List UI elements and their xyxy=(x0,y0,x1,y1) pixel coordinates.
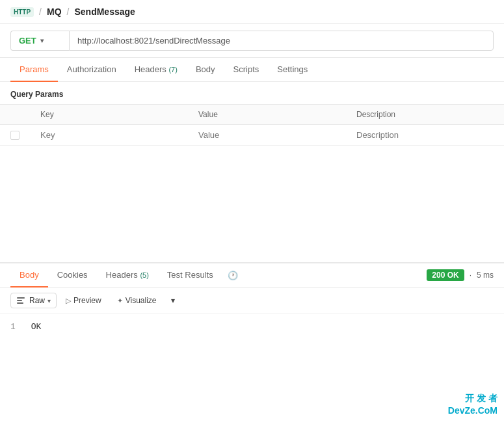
tab-authorization[interactable]: Authorization xyxy=(58,58,126,82)
col-value: Value xyxy=(188,105,346,125)
http-icon: HTTP xyxy=(10,7,34,17)
row-desc-cell[interactable] xyxy=(346,125,504,146)
tab-authorization-label: Authorization xyxy=(67,64,116,74)
params-section: Query Params Key Value Description xyxy=(0,82,504,146)
status-badge: 200 OK xyxy=(427,269,464,281)
tab-settings-label: Settings xyxy=(277,64,308,74)
response-tab-cookies-label: Cookies xyxy=(57,270,88,280)
tab-scripts-label: Scripts xyxy=(233,64,259,74)
tab-headers-badge: (7) xyxy=(168,66,177,74)
format-icon xyxy=(16,296,25,305)
tab-params[interactable]: Params xyxy=(10,58,58,82)
visualize-icon: ✦ xyxy=(117,297,123,305)
preview-label: Preview xyxy=(73,296,101,305)
response-tabs: Body Cookies Headers (5) Test Results 🕐 … xyxy=(0,263,504,288)
status-time: 5 ms xyxy=(477,271,494,280)
query-params-title: Query Params xyxy=(0,82,504,104)
format-chevron-icon: ▾ xyxy=(47,297,51,304)
status-dot: · xyxy=(470,271,471,280)
tab-body[interactable]: Body xyxy=(187,58,224,82)
tab-headers-label: Headers xyxy=(135,64,166,74)
svg-rect-1 xyxy=(17,300,22,301)
method-label: GET xyxy=(19,36,36,46)
tab-params-label: Params xyxy=(20,64,49,74)
response-section: Body Cookies Headers (5) Test Results 🕐 … xyxy=(0,263,504,340)
response-tab-body-label: Body xyxy=(20,270,39,280)
breadcrumb-parent[interactable]: MQ xyxy=(47,7,62,17)
breadcrumb-separator-2: / xyxy=(67,7,70,17)
row-key-cell[interactable] xyxy=(30,125,188,146)
url-bar: GET ▾ xyxy=(0,24,504,58)
method-selector[interactable]: GET ▾ xyxy=(10,31,69,51)
svg-rect-0 xyxy=(17,297,25,299)
params-table: Key Value Description xyxy=(0,104,504,146)
table-row xyxy=(0,125,504,146)
response-tab-cookies[interactable]: Cookies xyxy=(48,263,97,288)
response-tab-test-results-label: Test Results xyxy=(167,270,213,280)
row-checkbox-cell xyxy=(0,125,30,146)
response-tab-body[interactable]: Body xyxy=(10,263,48,288)
preview-icon: ▷ xyxy=(66,297,71,305)
col-checkbox xyxy=(0,105,30,125)
response-tab-headers[interactable]: Headers (5) xyxy=(97,263,158,288)
response-tab-headers-label: Headers xyxy=(106,270,138,280)
col-key: Key xyxy=(30,105,188,125)
svg-rect-2 xyxy=(17,302,23,304)
visualize-label: Visualize xyxy=(126,296,157,305)
watermark-line1: 开 发 者 xyxy=(448,392,497,405)
tab-scripts[interactable]: Scripts xyxy=(224,58,269,82)
tab-settings[interactable]: Settings xyxy=(268,58,317,82)
line-number: 1 xyxy=(10,322,16,332)
response-body: 1 OK xyxy=(0,314,504,340)
value-input[interactable] xyxy=(198,130,336,140)
request-tabs: Params Authorization Headers (7) Body Sc… xyxy=(0,58,504,82)
format-label: Raw xyxy=(29,296,45,305)
visualize-button[interactable]: ✦ Visualize xyxy=(111,293,163,308)
more-options-chevron[interactable]: ▾ xyxy=(166,293,180,308)
top-bar: HTTP / MQ / SendMessage xyxy=(0,0,504,24)
response-content: OK xyxy=(31,322,42,332)
history-icon[interactable]: 🕐 xyxy=(222,264,243,287)
empty-area xyxy=(0,146,504,263)
method-chevron-icon: ▾ xyxy=(40,37,44,44)
key-input[interactable] xyxy=(40,130,178,140)
response-toolbar: Raw ▾ ▷ Preview ✦ Visualize ▾ xyxy=(0,288,504,314)
breadcrumb-current: SendMessage xyxy=(74,7,135,17)
format-selector[interactable]: Raw ▾ xyxy=(10,293,57,308)
status-info: 200 OK · 5 ms xyxy=(427,269,494,281)
row-value-cell[interactable] xyxy=(188,125,346,146)
watermark: 开 发 者 DevZe.CoM xyxy=(448,392,497,418)
tab-body-label: Body xyxy=(196,64,215,74)
tab-headers[interactable]: Headers (7) xyxy=(126,58,187,82)
breadcrumb-separator: / xyxy=(39,7,42,17)
desc-input[interactable] xyxy=(356,130,494,140)
col-description: Description xyxy=(346,105,504,125)
response-tab-test-results[interactable]: Test Results xyxy=(158,263,222,288)
watermark-line2: DevZe.CoM xyxy=(448,405,497,418)
response-tab-headers-badge: (5) xyxy=(140,271,148,279)
url-input[interactable] xyxy=(69,31,494,51)
preview-button[interactable]: ▷ Preview xyxy=(59,293,108,308)
row-checkbox[interactable] xyxy=(10,131,20,140)
